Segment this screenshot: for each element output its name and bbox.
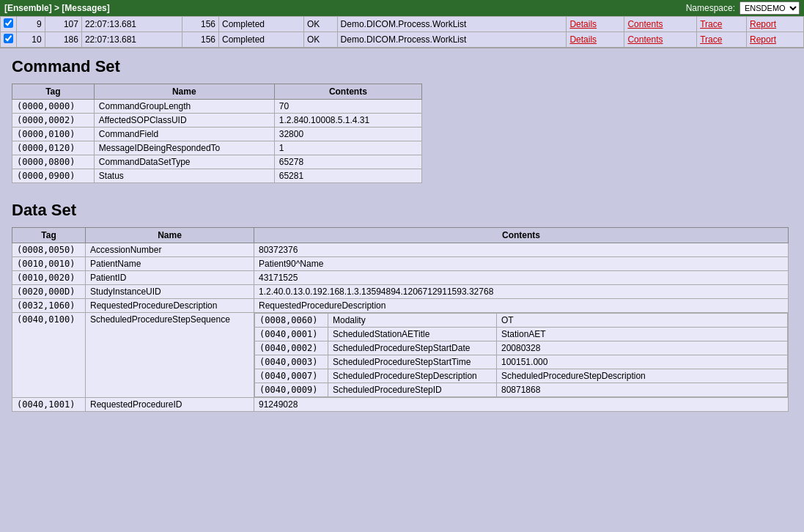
ds-tag: (0040,1001) <box>12 398 86 412</box>
row-ok-1: OK <box>303 17 337 32</box>
seq-tag: (0040,0007) <box>255 369 328 383</box>
cmd-name: CommandDataSetType <box>94 155 274 169</box>
data-set-heading: Data Set <box>12 201 792 220</box>
row-time-2: 22:07:13.681 <box>81 32 182 48</box>
ds-tag: (0032,1060) <box>12 299 86 313</box>
table-row: (0000,0800) CommandDataSetType 65278 <box>12 155 422 169</box>
ds-name: PatientID <box>86 271 254 285</box>
row-num-2: 10 <box>17 32 45 48</box>
cmd-name: AffectedSOPClassUID <box>94 114 274 128</box>
ds-contents: 80372376 <box>254 243 789 257</box>
cmd-tag: (0000,0002) <box>12 114 95 128</box>
message-table-wrap: 9 107 22:07:13.681 156 Completed OK Demo… <box>0 16 804 48</box>
row-size-1: 156 <box>182 17 218 32</box>
seq-row: (0040,0003) ScheduledProcedureStepStartT… <box>255 355 788 369</box>
ds-name: PatientName <box>86 257 254 271</box>
row-details-link-2[interactable]: Details <box>567 32 624 48</box>
seq-row: (0040,0007) ScheduledProcedureStepDescri… <box>255 369 788 383</box>
main-content: Command Set Tag Name Contents (0000,0000… <box>0 48 804 532</box>
seq-row: (0040,0009) ScheduledProcedureStepID 808… <box>255 383 788 397</box>
data-set-table: Tag Name Contents (0008,0050) AccessionN… <box>12 227 789 412</box>
seq-name: ScheduledStationAETitle <box>328 328 497 341</box>
row-report-link-2[interactable]: Report <box>747 32 804 48</box>
seq-name: ScheduledProcedureStepID <box>328 383 497 397</box>
command-set-table: Tag Name Contents (0000,0000) CommandGro… <box>12 84 422 183</box>
ds-tag: (0020,000D) <box>12 285 86 299</box>
row-ok-2: OK <box>303 32 337 48</box>
seq-value: OT <box>497 314 788 328</box>
seq-row: (0008,0060) Modality OT <box>255 314 788 328</box>
message-table: 9 107 22:07:13.681 156 Completed OK Demo… <box>0 16 804 48</box>
ds-name: StudyInstanceUID <box>86 285 254 299</box>
row-process-1: Demo.DICOM.Process.WorkList <box>337 17 567 32</box>
row-status-1: Completed <box>218 17 303 32</box>
ds-name: RequestedProcedureDescription <box>86 299 254 313</box>
row-checkbox-1[interactable] <box>1 17 17 32</box>
ds-contents: 43171525 <box>254 271 789 285</box>
seq-value: ScheduledProcedureStepDescription <box>497 369 788 383</box>
seq-name: ScheduledProcedureStepDescription <box>328 369 497 383</box>
ds-header-name: Name <box>86 228 254 243</box>
command-set-heading: Command Set <box>12 57 792 76</box>
seq-name: ScheduledProcedureStepStartDate <box>328 341 497 355</box>
ds-name: RequestedProcedureID <box>86 398 254 412</box>
ds-contents: RequestedProcedureDescription <box>254 299 789 313</box>
ds-tag: (0008,0050) <box>12 243 86 257</box>
ds-header-tag: Tag <box>12 228 86 243</box>
table-row: (0040,0100) ScheduledProcedureStepSequen… <box>12 313 789 398</box>
seq-tag: (0040,0001) <box>255 328 328 341</box>
seq-tag: (0040,0002) <box>255 341 328 355</box>
seq-tag: (0008,0060) <box>255 314 328 328</box>
cmd-contents: 65278 <box>274 155 421 169</box>
seq-tag: (0040,0003) <box>255 355 328 369</box>
table-row: 9 107 22:07:13.681 156 Completed OK Demo… <box>1 17 804 32</box>
ds-tag: (0010,0020) <box>12 271 86 285</box>
cmd-tag: (0000,0800) <box>12 155 95 169</box>
table-row: (0000,0100) CommandField 32800 <box>12 128 422 141</box>
ds-contents: 91249028 <box>254 398 789 412</box>
table-row: (0010,0010) PatientName Patient90^Name <box>12 257 789 271</box>
seq-tag: (0040,0009) <box>255 383 328 397</box>
cmd-header-name: Name <box>94 84 274 100</box>
cmd-header-tag: Tag <box>12 84 95 100</box>
table-row: (0032,1060) RequestedProcedureDescriptio… <box>12 299 789 313</box>
table-row: 10 186 22:07:13.681 156 Completed OK Dem… <box>1 32 804 48</box>
cmd-contents: 32800 <box>274 128 421 141</box>
cmd-contents: 1 <box>274 141 421 155</box>
table-row: (0008,0050) AccessionNumber 80372376 <box>12 243 789 257</box>
row-status-2: Completed <box>218 32 303 48</box>
cmd-tag: (0000,0900) <box>12 169 95 183</box>
seq-row: (0040,0001) ScheduledStationAETitle Stat… <box>255 328 788 341</box>
namespace-area: Namespace: ENSDEMO <box>686 1 800 15</box>
seq-value: StationAET <box>497 328 788 341</box>
top-bar: [Ensemble] > [Messages] Namespace: ENSDE… <box>0 0 804 16</box>
seq-value: 20080328 <box>497 341 788 355</box>
row-contents-link-1[interactable]: Contents <box>624 17 697 32</box>
table-row: (0000,0120) MessageIDBeingRespondedTo 1 <box>12 141 422 155</box>
cmd-name: MessageIDBeingRespondedTo <box>94 141 274 155</box>
seq-value: 80871868 <box>497 383 788 397</box>
cmd-tag: (0000,0120) <box>12 141 95 155</box>
row-report-link-1[interactable]: Report <box>747 17 804 32</box>
row-trace-link-1[interactable]: Trace <box>697 17 747 32</box>
table-row: (0020,000D) StudyInstanceUID 1.2.40.0.13… <box>12 285 789 299</box>
seq-row: (0040,0002) ScheduledProcedureStepStartD… <box>255 341 788 355</box>
seq-value: 100151.000 <box>497 355 788 369</box>
table-row: (0040,1001) RequestedProcedureID 9124902… <box>12 398 789 412</box>
row-trace-link-2[interactable]: Trace <box>697 32 747 48</box>
table-row: (0000,0002) AffectedSOPClassUID 1.2.840.… <box>12 114 422 128</box>
ds-seq-contents: (0008,0060) Modality OT (0040,0001) Sche… <box>254 313 789 398</box>
row-num-1: 9 <box>17 17 45 32</box>
row-contents-link-2[interactable]: Contents <box>624 32 697 48</box>
ds-tag: (0010,0010) <box>12 257 86 271</box>
row-details-link-1[interactable]: Details <box>567 17 624 32</box>
row-checkbox-2[interactable] <box>1 32 17 48</box>
row-time-1: 22:07:13.681 <box>81 17 182 32</box>
seq-name: Modality <box>328 314 497 328</box>
cmd-tag: (0000,0000) <box>12 100 95 114</box>
namespace-select[interactable]: ENSDEMO <box>740 1 800 15</box>
row-size-2: 156 <box>182 32 218 48</box>
cmd-contents: 65281 <box>274 169 421 183</box>
cmd-name: CommandField <box>94 128 274 141</box>
cmd-tag: (0000,0100) <box>12 128 95 141</box>
